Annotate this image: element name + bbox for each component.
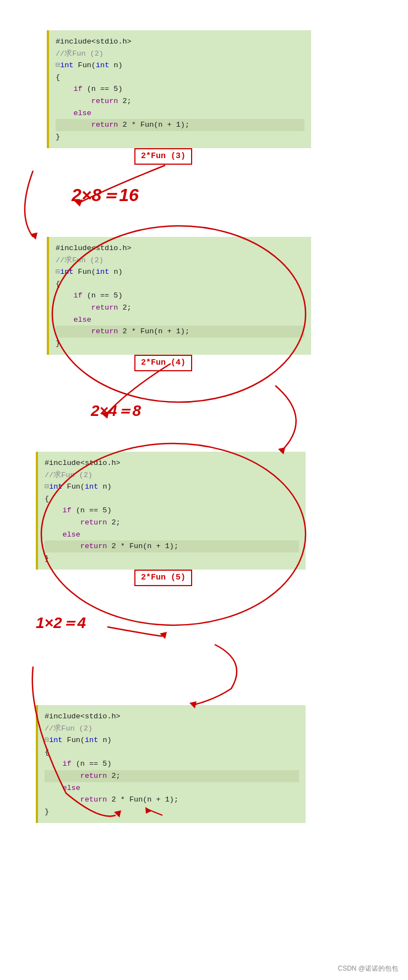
code-line-highlight: return 2 * Fun(n + 1); — [45, 540, 299, 553]
code-line: } — [45, 553, 299, 565]
code-line: //求Fun (2) — [45, 723, 299, 735]
code-line: } — [45, 806, 299, 818]
code-line: #include<stdio.h> — [45, 457, 299, 469]
code-line: #include<stdio.h> — [45, 711, 299, 723]
annotation-group-arrow-3 — [189, 645, 237, 708]
code-line: if (n == 5) — [56, 290, 304, 302]
code-line: return 2; — [45, 517, 299, 529]
code-line: else — [56, 314, 304, 326]
code-block-2: #include<stdio.h> //求Fun (2) ⊟int Fun(in… — [47, 237, 311, 355]
annotation-group-arrow-2 — [275, 386, 296, 454]
code-line: } — [56, 338, 304, 350]
result-label-3: 2*Fun (5) — [141, 573, 186, 582]
code-line-highlight: return 2; — [45, 770, 299, 782]
svg-marker-9 — [160, 632, 167, 639]
code-line: { — [45, 493, 299, 505]
result-label-2: 2*Fun (4) — [141, 358, 186, 367]
svg-marker-4 — [101, 412, 109, 419]
svg-marker-0 — [74, 199, 83, 207]
code-line: //求Fun (2) — [45, 469, 299, 481]
result-label-1: 2*Fun (3) — [141, 151, 186, 161]
watermark: CSDN @诺诺的包包 — [338, 964, 398, 973]
code-line: //求Fun (2) — [56, 48, 304, 60]
result-box-1: 2*Fun (3) — [134, 148, 192, 165]
annotation-group-1: 2×8＝16 — [71, 165, 165, 207]
code-line: return 2; — [56, 302, 304, 314]
code-line: } — [56, 131, 304, 143]
code-line: if (n == 5) — [45, 758, 299, 770]
svg-marker-2 — [30, 232, 37, 240]
code-block-1: #include<stdio.h> //求Fun (2) ⊟int Fun(in… — [47, 30, 311, 148]
code-line: ⊟int Fun(int n) — [56, 266, 304, 278]
code-line: { — [56, 278, 304, 290]
code-line: //求Fun (2) — [56, 255, 304, 267]
code-line: else — [56, 107, 304, 120]
code-line: { — [45, 746, 299, 759]
code-line: return 2 * Fun(n + 1); — [45, 794, 299, 806]
result-box-3: 2*Fun (5) — [134, 570, 192, 586]
result-box-2: 2*Fun (4) — [134, 355, 192, 371]
annotation-group-3: 1×2＝4 — [36, 614, 167, 639]
code-line: else — [45, 782, 299, 794]
code-line: #include<stdio.h> — [56, 242, 304, 255]
annotation-group-2: 2×4＝8 — [90, 364, 171, 419]
code-line: #include<stdio.h> — [56, 36, 304, 48]
page-container: #include<stdio.h> //求Fun (2) ⊟int Fun(in… — [0, 0, 408, 980]
code-line-highlight: return 2 * Fun(n + 1); — [56, 326, 304, 338]
code-line: ⊟int Fun(int n) — [45, 481, 299, 493]
annotation-group-arrow-1 — [25, 171, 37, 240]
svg-text:2×4＝8: 2×4＝8 — [90, 402, 141, 419]
svg-text:1×2＝4: 1×2＝4 — [36, 614, 86, 631]
code-line-highlight: return 2 * Fun(n + 1); — [56, 119, 304, 131]
svg-text:2×8＝16: 2×8＝16 — [71, 185, 139, 205]
code-line: else — [45, 529, 299, 541]
code-block-3: #include<stdio.h> //求Fun (2) ⊟int Fun(in… — [36, 452, 306, 570]
code-line: if (n == 5) — [45, 505, 299, 517]
code-block-4: #include<stdio.h> //求Fun (2) ⊟int Fun(in… — [36, 705, 306, 823]
code-line: if (n == 5) — [56, 83, 304, 95]
code-line: ⊟int Fun(int n) — [45, 734, 299, 746]
code-line: ⊟int Fun(int n) — [56, 59, 304, 72]
code-line: return 2; — [56, 95, 304, 107]
code-line: { — [56, 72, 304, 84]
